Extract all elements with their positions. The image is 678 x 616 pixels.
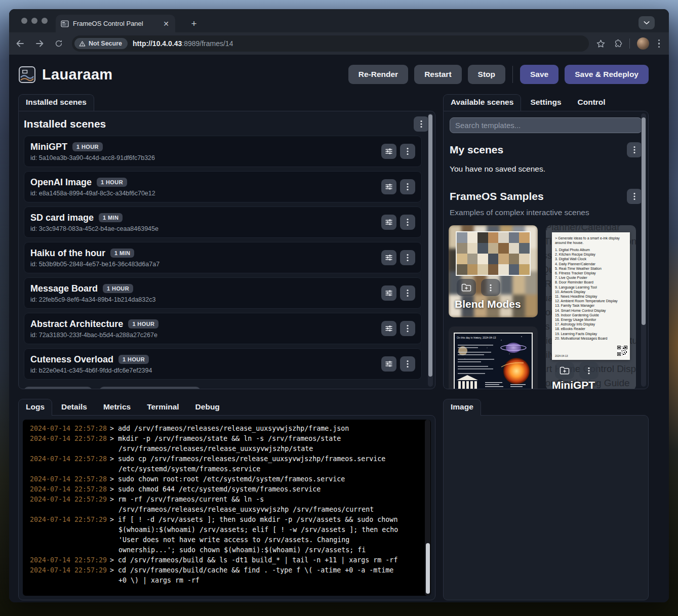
my-scenes-empty-text: You have no saved scenes.: [444, 165, 648, 174]
scene-settings-button[interactable]: [381, 285, 396, 301]
tab-available-scenes[interactable]: Available scenes: [443, 94, 521, 111]
tab-metrics[interactable]: Metrics: [96, 399, 138, 416]
sample-menu-button[interactable]: [579, 362, 599, 379]
scene-menu-button[interactable]: [400, 215, 415, 230]
samples-menu-button[interactable]: [627, 189, 642, 204]
sample-card-minigpt[interactable]: > Generate ideas fo a smart e-ink displa…: [546, 225, 636, 389]
scene-menu-button[interactable]: [400, 250, 415, 265]
profile-avatar[interactable]: [637, 37, 649, 50]
reload-button[interactable]: [51, 35, 67, 52]
scene-menu-button[interactable]: [400, 285, 415, 301]
eink-list-item: 2. Kitchen Recipe Display: [555, 252, 627, 257]
terminal-scrollbar-thumb[interactable]: [426, 543, 430, 594]
desktop-wallpaper: FrameOS Control Panel ✕ + Not Secu: [0, 0, 678, 616]
scene-card[interactable]: OpenAI Image1 HOURid: e8a1458a-8994-49af…: [24, 171, 422, 202]
image-panel: [443, 415, 649, 600]
log-line: 2024-07-14 22:57:28> mkdir -p /srv/frame…: [30, 434, 419, 444]
install-sample-button[interactable]: [555, 362, 574, 379]
eink-list-item: 13. Family Task Manager: [555, 303, 627, 308]
installed-scrollbar[interactable]: [428, 113, 433, 387]
window-zoom-button[interactable]: [42, 18, 48, 24]
sample-card-history[interactable]: On this day in history, 2024-04-13: [449, 326, 538, 389]
tab-logs[interactable]: Logs: [18, 399, 52, 416]
back-button[interactable]: [12, 35, 28, 52]
eink-list-item: 5. Real-Time Weather Station: [555, 266, 627, 271]
scene-menu-button[interactable]: [400, 321, 415, 336]
browser-menu-button[interactable]: [656, 37, 662, 50]
window-close-button[interactable]: [21, 18, 27, 24]
sample-card-blend-modes[interactable]: Blend Modes: [449, 225, 538, 317]
scene-settings-button[interactable]: [381, 144, 396, 159]
address-bar[interactable]: Not Secure http://10.4.0.43:8989/frames/…: [72, 35, 589, 52]
tab-terminal[interactable]: Terminal: [140, 399, 186, 416]
tab-debug[interactable]: Debug: [188, 399, 227, 416]
restart-button[interactable]: Restart: [414, 65, 461, 84]
my-scenes-heading: My scenes: [450, 144, 503, 156]
eink-list-item: 8. Door Reminder Board: [555, 280, 627, 284]
log-line: /etc/systemd/system/frameos.service: [30, 464, 419, 474]
header-divider: [512, 66, 513, 83]
scene-name: OpenAI Image: [30, 177, 92, 188]
scene-interval-badge: 1 HOUR: [118, 355, 149, 364]
browser-tab[interactable]: FrameOS Control Panel ✕: [56, 15, 175, 32]
sample-menu-button[interactable]: [481, 279, 500, 296]
scene-menu-button[interactable]: [400, 356, 415, 372]
scene-card[interactable]: Message Board1 HOURid: 22feb5c9-8ef6-4a3…: [24, 277, 422, 309]
rerender-button[interactable]: Re-Render: [348, 65, 408, 84]
scene-card[interactable]: Cuteness Overload1 HOURid: b22e0e41-c345…: [24, 348, 422, 380]
save-redeploy-button[interactable]: Save & Redeploy: [565, 65, 649, 84]
install-sample-button[interactable]: [457, 279, 476, 296]
terminal-scrollbar[interactable]: [425, 420, 430, 596]
tab-image[interactable]: Image: [443, 399, 481, 416]
frameos-page: Lauaraam Re-Render Restart Stop Save Sav…: [9, 55, 669, 602]
url-path: :8989/frames/14: [182, 39, 233, 48]
scene-card[interactable]: Haiku of the hour1 MINid: 5b3b9b05-2848-…: [24, 242, 422, 273]
window-controls: [21, 18, 48, 24]
new-tab-button[interactable]: +: [187, 17, 201, 30]
scene-id: id: 5a10ea3b-3a90-4c4d-acc8-91df6fc7b326: [30, 154, 381, 161]
browser-tab-strip: FrameOS Control Panel ✕ +: [9, 9, 669, 32]
bookmark-star-button[interactable]: [596, 39, 606, 49]
search-input[interactable]: [450, 117, 642, 133]
my-scenes-menu-button[interactable]: [627, 142, 642, 157]
save-button[interactable]: Save: [520, 65, 559, 84]
minigpt-thumbnail: > Generate ideas fo a smart e-ink displa…: [552, 232, 630, 360]
scene-info: Haiku of the hour1 MINid: 5b3b9b05-2848-…: [30, 248, 381, 268]
scene-menu-button[interactable]: [400, 179, 415, 194]
tab-installed-scenes[interactable]: Installed scenes: [18, 94, 94, 111]
available-scrollbar-thumb[interactable]: [642, 117, 646, 325]
kebab-icon: [588, 367, 590, 375]
not-secure-badge[interactable]: Not Secure: [74, 38, 128, 49]
tab-close-icon[interactable]: ✕: [162, 20, 170, 27]
forward-button[interactable]: [31, 35, 48, 52]
tab-settings[interactable]: Settings: [523, 95, 568, 111]
sliders-icon: [385, 324, 393, 333]
scene-menu-button[interactable]: [400, 144, 415, 159]
extensions-button[interactable]: [613, 39, 622, 49]
scene-card[interactable]: Abstract Architecture1 HOURid: 72a31830-…: [24, 313, 422, 344]
scene-interval-badge: 1 MIN: [99, 213, 123, 222]
tab-details[interactable]: Details: [54, 399, 94, 416]
scene-settings-button[interactable]: [381, 250, 396, 265]
kebab-icon: [420, 120, 422, 128]
available-scrollbar[interactable]: [641, 113, 646, 387]
scene-card[interactable]: MiniGPT1 HOURid: 5a10ea3b-3a90-4c4d-acc8…: [24, 136, 422, 167]
installed-scrollbar-thumb[interactable]: [428, 114, 432, 377]
window-minimize-button[interactable]: [31, 18, 37, 24]
scene-card[interactable]: SD card image1 MINid: 3c3c9478-083a-45c2…: [24, 207, 422, 238]
log-line: +0 \) | xargs rm -rf: [30, 576, 419, 586]
stop-button[interactable]: Stop: [468, 65, 505, 84]
add-scene-button[interactable]: [24, 387, 92, 389]
kebab-icon: [633, 146, 635, 154]
log-line: $(whoami):$(whoami) /srv/assets; elif [ …: [30, 525, 419, 535]
scene-settings-button[interactable]: [381, 321, 396, 336]
installed-heading: Installed scenes: [24, 118, 106, 130]
tab-search-chevron-button[interactable]: [639, 16, 655, 29]
url-host: http://10.4.0.43: [133, 39, 182, 48]
scene-settings-button[interactable]: [381, 356, 396, 372]
tab-control[interactable]: Control: [571, 95, 613, 111]
installed-menu-button[interactable]: [414, 116, 429, 132]
scene-settings-button[interactable]: [381, 179, 396, 194]
explore-scenes-button[interactable]: [99, 387, 201, 389]
scene-settings-button[interactable]: [381, 215, 396, 230]
